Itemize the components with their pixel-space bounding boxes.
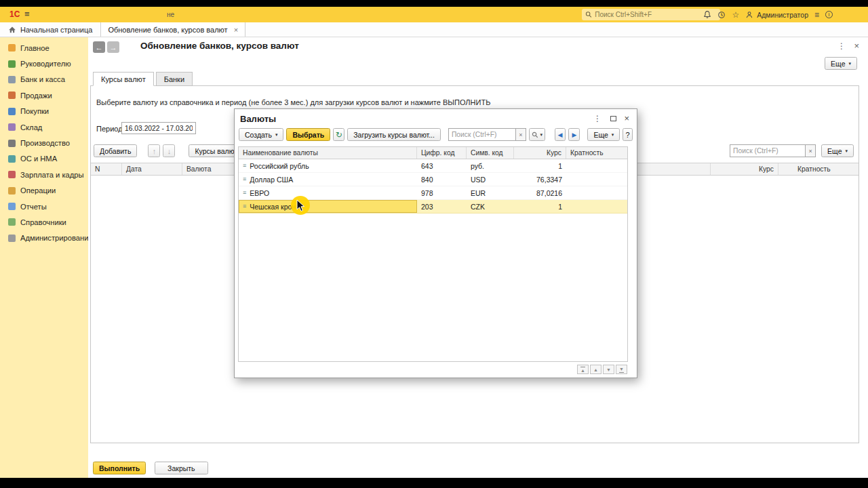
sidebar-item-pokupki[interactable]: Покупки: [0, 104, 88, 119]
add-button[interactable]: Добавить: [94, 144, 137, 157]
sidebar-item-glavnoe[interactable]: Главное: [0, 40, 88, 56]
sidebar-item-proizvodstvo[interactable]: Производство: [0, 135, 88, 150]
tab-close-icon[interactable]: ×: [234, 26, 238, 34]
window-title-fragment: не: [167, 11, 174, 18]
user-icon[interactable]: [745, 11, 753, 19]
currency-name: Доллар США: [250, 176, 293, 184]
tab-home[interactable]: Начальная страница: [0, 22, 100, 37]
sidebar-item-label: Отчеты: [20, 203, 47, 211]
sidebar-item-label: Склад: [20, 123, 42, 131]
notifications-bell-icon[interactable]: [703, 10, 711, 19]
go-last-button[interactable]: ▼: [616, 365, 627, 374]
dialog-search-input[interactable]: [448, 128, 516, 141]
load-rates-button[interactable]: Загрузить курсы валют...: [347, 128, 441, 141]
column-header-rate[interactable]: Курс: [514, 147, 566, 159]
sidebar-item-prodazhi[interactable]: Продажи: [0, 87, 88, 103]
create-button[interactable]: Создать▾: [239, 128, 283, 141]
currency-name: ЕВРО: [250, 189, 269, 197]
refresh-button[interactable]: ↻: [333, 128, 344, 141]
sidebar-item-sklad[interactable]: Склад: [0, 119, 88, 135]
global-search-input[interactable]: [595, 11, 717, 18]
form-close-icon[interactable]: ×: [854, 41, 859, 51]
table-row-rub[interactable]: ≡Российский рубль 643 руб. 1: [239, 159, 627, 173]
back-button[interactable]: ←: [93, 41, 105, 53]
currency-sym-code: руб.: [467, 159, 514, 172]
currency-item-icon: ≡: [243, 190, 246, 196]
list-more-button[interactable]: Еще▾: [821, 144, 854, 157]
global-search[interactable]: [582, 9, 720, 20]
column-header-multiplicity[interactable]: Кратность: [566, 147, 627, 159]
select-label: Выбрать: [292, 131, 324, 139]
user-name-label[interactable]: Администратор: [757, 11, 808, 19]
chevron-down-icon: ▾: [540, 132, 543, 137]
dialog-more-button[interactable]: Еще▾: [587, 128, 620, 141]
list-pager: ▲ ▲ ▼ ▼: [577, 365, 627, 374]
list-toolbar: Добавить ↑ ↓ Курсы валют▾: [94, 144, 250, 157]
column-header-multiplicity[interactable]: Кратность: [778, 163, 859, 175]
clear-search-icon[interactable]: ×: [806, 144, 816, 157]
create-label: Создать: [245, 131, 272, 139]
list-search: ×: [730, 144, 816, 157]
arrow-right-icon: →: [110, 43, 117, 52]
dialog-title: Валюты: [240, 114, 276, 124]
help-button[interactable]: ?: [623, 128, 633, 141]
next-button[interactable]: ▶: [568, 128, 580, 141]
currency-multiplicity: [566, 200, 627, 213]
form-kebab-icon[interactable]: ⋮: [837, 41, 846, 51]
column-header-sym-code[interactable]: Симв. код: [467, 147, 514, 159]
tab-banks[interactable]: Банки: [156, 72, 193, 86]
column-header-date[interactable]: Дата: [122, 163, 182, 175]
dialog-kebab-icon[interactable]: ⋮: [593, 114, 601, 123]
currency-item-icon: ≡: [243, 163, 246, 169]
dialog-maximize-icon[interactable]: [610, 116, 616, 121]
sidebar-item-label: Продажи: [20, 92, 52, 100]
hamburger-menu-icon[interactable]: ≡: [24, 9, 30, 19]
sidebar-item-operacii[interactable]: Операции: [0, 183, 88, 199]
sidebar-item-otchety[interactable]: Отчеты: [0, 199, 88, 214]
prev-button[interactable]: ◀: [555, 128, 566, 141]
dialog-toolbar: Создать▾ Выбрать ↻ Загрузить курсы валют…: [239, 128, 633, 141]
period-label: Период:: [96, 125, 125, 133]
sidebar-item-label: Операции: [20, 186, 56, 195]
go-first-button[interactable]: ▲: [577, 365, 589, 374]
page-more-button[interactable]: Еще▾: [825, 57, 857, 70]
tab-update-banks[interactable]: Обновление банков, курсов валют ×: [100, 22, 245, 37]
sidebar-item-rukovoditelyu[interactable]: Руководителю: [0, 56, 88, 71]
dialog-close-icon[interactable]: ×: [624, 113, 629, 123]
service-menu-icon[interactable]: ≡: [814, 11, 819, 19]
search-options-button[interactable]: ▾: [529, 128, 545, 141]
arrow-left-icon: ←: [96, 43, 103, 52]
favorites-star-icon[interactable]: ☆: [732, 11, 739, 19]
sidebar-item-administrirovanie[interactable]: Администрирование: [0, 230, 88, 246]
tab-currency-rates[interactable]: Курсы валют: [93, 72, 154, 86]
period-input[interactable]: [121, 122, 196, 134]
go-up-button[interactable]: ▲: [590, 365, 601, 374]
section-main-icon: [8, 44, 16, 52]
close-button[interactable]: Закрыть: [155, 462, 208, 474]
history-clock-icon[interactable]: [717, 11, 726, 19]
sidebar-item-zarplata-i-kadry[interactable]: Зарплата и кадры: [0, 167, 88, 182]
currency-num-code: 643: [417, 159, 467, 172]
section-warehouse-icon: [8, 123, 16, 131]
list-search-input[interactable]: [730, 144, 806, 157]
select-button[interactable]: Выбрать: [286, 128, 330, 141]
forward-button[interactable]: →: [107, 41, 119, 53]
sidebar-item-spravochniki[interactable]: Справочники: [0, 214, 88, 230]
go-down-button[interactable]: ▼: [603, 365, 614, 374]
clear-search-icon[interactable]: ×: [516, 128, 526, 141]
window-tab-bar: Начальная страница Обновление банков, ку…: [0, 22, 868, 37]
move-down-button[interactable]: ↓: [163, 144, 175, 157]
section-production-icon: [8, 140, 16, 147]
info-icon[interactable]: i: [825, 11, 833, 18]
column-header-rate[interactable]: Курс: [711, 163, 778, 175]
move-up-button[interactable]: ↑: [148, 144, 160, 157]
sidebar-item-bank-i-kassa[interactable]: Банк и касса: [0, 72, 88, 87]
column-header-name[interactable]: Наименование валюты: [239, 147, 417, 159]
sidebar-item-os-i-nma[interactable]: ОС и НМА: [0, 151, 88, 167]
currency-item-icon: ≡: [243, 203, 246, 209]
execute-button[interactable]: Выполнить: [93, 462, 146, 474]
section-sales-icon: [8, 92, 16, 99]
column-header-num-code[interactable]: Цифр. код: [417, 147, 467, 159]
table-row-usd[interactable]: ≡Доллар США 840 USD 76,3347: [239, 173, 627, 186]
column-header-n[interactable]: N: [91, 163, 122, 175]
